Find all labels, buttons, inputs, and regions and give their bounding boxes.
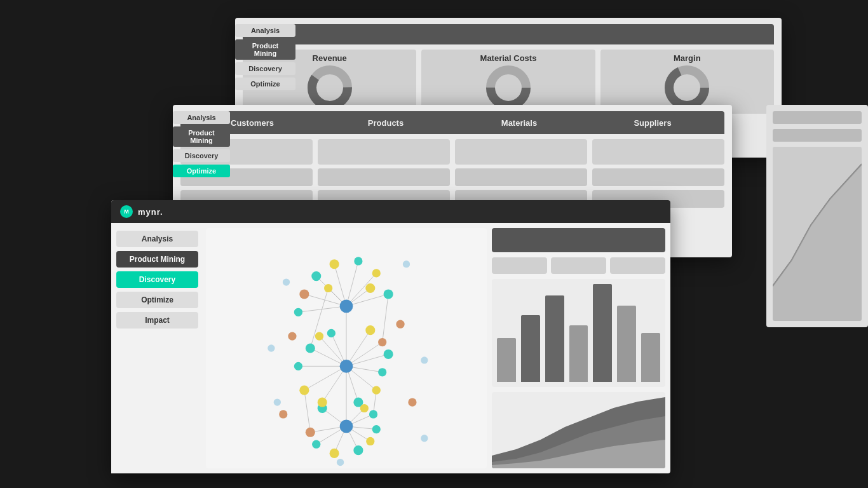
svg-point-72	[306, 428, 315, 437]
svg-point-58	[330, 259, 339, 269]
revenue-donut	[308, 65, 352, 110]
svg-point-52	[327, 329, 336, 337]
network-graph-area	[206, 228, 487, 468]
svg-point-67	[315, 332, 323, 340]
svg-point-50	[378, 368, 386, 376]
card2-sidebar-discovery[interactable]: Discovery	[173, 149, 230, 162]
svg-point-56	[372, 425, 381, 433]
main-content: Analysis Product Mining Discovery Optimi…	[111, 223, 670, 473]
metric-revenue-label: Revenue	[313, 53, 347, 63]
svg-line-18	[304, 366, 346, 390]
card2-tab-suppliers[interactable]: Suppliers	[586, 118, 719, 128]
card2-col-2	[318, 139, 450, 208]
svg-point-70	[299, 289, 309, 299]
c3-sidebar-analysis[interactable]: Analysis	[116, 231, 198, 247]
card2-tab-products[interactable]: Products	[319, 118, 452, 128]
card1-sidebar-discovery[interactable]: Discovery	[235, 62, 295, 75]
svg-point-75	[279, 410, 287, 418]
extra-line-2	[773, 129, 862, 142]
extra-line-1	[773, 111, 862, 124]
svg-point-78	[403, 261, 410, 268]
rp-pill-2	[551, 257, 606, 274]
svg-point-47	[306, 343, 315, 353]
card2-block-3b	[455, 168, 587, 186]
card2-block-4b	[592, 168, 724, 186]
svg-point-81	[274, 398, 281, 405]
bar-6	[617, 306, 636, 382]
area-chart	[492, 392, 665, 468]
bar-chart	[492, 279, 665, 387]
card2-block-3a	[455, 139, 587, 165]
svg-point-48	[294, 362, 302, 370]
metric-margin: Margin	[600, 50, 774, 114]
card-front: M mynr. Analysis Product Mining Discover…	[111, 200, 670, 473]
c3-sidebar-optimize[interactable]: Optimize	[116, 292, 198, 308]
material-donut	[486, 65, 531, 110]
card2-block-2a	[318, 139, 450, 165]
c3-sidebar-discovery[interactable]: Discovery	[116, 271, 198, 288]
card1-sidebar-analysis[interactable]: Analysis	[235, 24, 295, 37]
svg-point-51	[384, 349, 393, 359]
svg-point-59	[372, 269, 381, 277]
bar-1	[497, 338, 516, 382]
app-header: M mynr.	[111, 200, 670, 223]
svg-marker-6	[773, 164, 862, 321]
card2-sidebar-optimize[interactable]: Optimize	[173, 165, 230, 177]
svg-point-64	[318, 397, 327, 407]
svg-point-45	[384, 289, 393, 299]
svg-point-84	[340, 299, 353, 313]
logo-text: mynr.	[138, 207, 163, 217]
metric-material-label: Material Costs	[480, 53, 537, 63]
extra-right-panel	[766, 105, 868, 327]
card3-sidebar: Analysis Product Mining Discovery Optimi…	[111, 223, 203, 473]
svg-point-79	[268, 344, 275, 351]
network-svg	[206, 228, 487, 468]
svg-point-71	[378, 338, 386, 346]
c3-sidebar-product-mining[interactable]: Product Mining	[116, 251, 198, 268]
rp-pills-row	[492, 257, 665, 274]
metric-material-costs: Material Costs	[421, 50, 595, 114]
card2-sidebar-analysis[interactable]: Analysis	[173, 111, 230, 124]
svg-point-80	[421, 356, 428, 363]
svg-line-14	[298, 306, 346, 312]
card2-sidebar: Analysis Product Mining Discovery Optimi…	[173, 105, 230, 177]
svg-point-66	[365, 325, 375, 335]
card2-sidebar-product-mining[interactable]: Product Mining	[173, 126, 230, 147]
svg-point-82	[421, 435, 428, 442]
svg-point-46	[294, 308, 302, 316]
card1-sidebar-product-mining[interactable]: Product Mining	[235, 39, 295, 60]
metric-margin-label: Margin	[674, 53, 701, 63]
svg-point-76	[408, 398, 416, 406]
bar-5	[593, 284, 612, 382]
svg-point-68	[330, 449, 339, 458]
svg-point-73	[288, 332, 296, 340]
svg-line-40	[383, 294, 388, 342]
extra-area-chart	[773, 147, 862, 321]
svg-point-57	[369, 410, 377, 418]
card1-topbar	[243, 24, 774, 44]
svg-point-86	[340, 419, 353, 433]
c3-sidebar-impact[interactable]: Impact	[116, 312, 198, 329]
logo-icon: M	[120, 205, 133, 218]
rp-header-bar	[492, 228, 665, 252]
card2-block-2b	[318, 168, 450, 186]
svg-point-85	[340, 360, 353, 373]
rp-pill-1	[492, 257, 547, 274]
card2-content	[180, 139, 724, 208]
svg-line-41	[304, 390, 310, 432]
card1-sidebar-optimize[interactable]: Optimize	[235, 78, 295, 90]
svg-point-65	[360, 404, 369, 412]
svg-point-63	[372, 386, 381, 395]
bar-4	[569, 325, 588, 382]
svg-point-44	[354, 257, 362, 265]
card2-tab-materials[interactable]: Materials	[452, 118, 586, 128]
card2-col-3	[455, 139, 587, 208]
svg-point-69	[366, 437, 374, 445]
svg-point-61	[324, 284, 332, 292]
rp-pill-3	[610, 257, 665, 274]
svg-point-83	[337, 459, 344, 466]
card2-block-4a	[592, 139, 724, 165]
svg-point-62	[299, 386, 309, 395]
svg-point-43	[311, 271, 321, 281]
bar-2	[521, 315, 540, 382]
